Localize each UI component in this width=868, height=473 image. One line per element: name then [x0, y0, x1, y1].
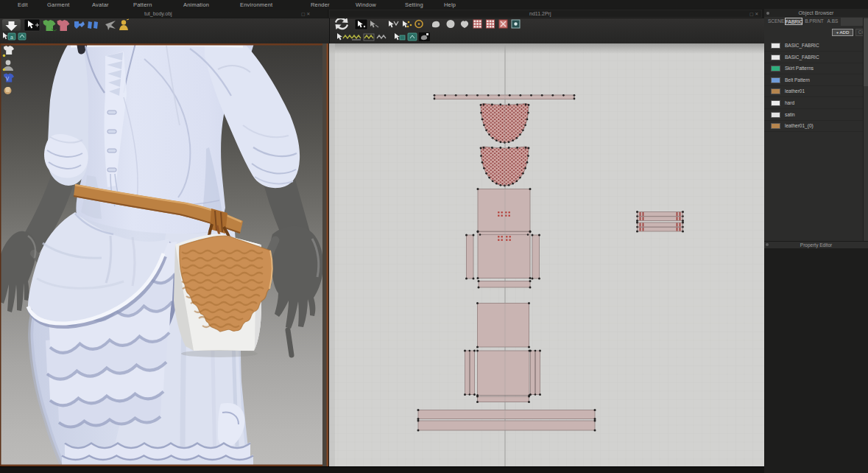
svg-text:a: a: [10, 35, 13, 40]
